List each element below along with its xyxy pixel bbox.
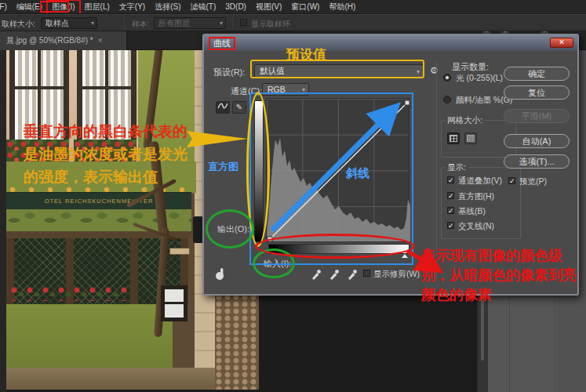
photo-small-white-window [161, 285, 187, 321]
menu-layer[interactable]: 图层(L) [80, 0, 115, 14]
photo-window-bar [15, 86, 64, 89]
smooth-button: 平滑(M) [504, 109, 570, 123]
photo-lower-green-wall [6, 304, 173, 371]
menu-window[interactable]: 窗口(W) [286, 0, 324, 14]
crosshair-label: 交叉线(N) [458, 221, 494, 232]
grid-size-title: 网格大小: [445, 115, 485, 126]
annotation-right-note: 表示现有图像的颜色级 别，从暗颜色的像素到亮 颜色的像素 [421, 246, 584, 305]
black-point-eyedropper[interactable] [311, 267, 322, 280]
options-separator [232, 17, 233, 29]
grid-size-quarter-button[interactable] [447, 132, 460, 144]
tab-close-icon[interactable]: × [98, 36, 103, 45]
pencil-icon: ✎ [236, 103, 242, 111]
baseline-label: 基线(B) [458, 206, 486, 217]
photo-flower-box-lower [9, 284, 127, 301]
photo-wall-plaque [169, 248, 190, 255]
eyedropper-icon [311, 267, 322, 280]
annotation-right-note-line3: 颜色的像素 [421, 285, 584, 305]
baseline-checkbox[interactable]: ✓ [447, 207, 454, 214]
photoshop-window: OTEL REICHSKUCHENMEISTER 文件(F) 编辑(E) 图像(… [0, 0, 586, 392]
white-point-eyedropper[interactable] [347, 267, 358, 280]
radio-light[interactable] [443, 74, 451, 82]
eyedropper-icon [329, 267, 340, 280]
radio-pigment-label: 颜料/油墨 %(G) [456, 95, 512, 106]
curve-tool-button[interactable] [216, 101, 230, 114]
show-clip-checkbox[interactable] [363, 270, 370, 277]
eyedropper-icon [347, 267, 358, 280]
menu-help[interactable]: 帮助(H) [324, 0, 360, 14]
annotation-right-note-line2: 别，从暗颜色的像素到亮 [421, 266, 584, 285]
options-bar: 取样大小: 取样点 ▾ 样本: 所有图层 ▾ 显示取样环 [0, 14, 586, 31]
menu-type[interactable]: 文字(Y) [115, 0, 150, 14]
preset-label: 预设(R): [213, 67, 245, 78]
targeted-adjustment-tool[interactable] [213, 267, 229, 285]
crosshair-checkbox[interactable]: ✓ [447, 222, 454, 229]
annotation-ellipse-input-bar [255, 234, 415, 259]
annotation-box-preset-dropdown [250, 60, 424, 78]
annotation-histogram-label: 直方图 [208, 160, 238, 174]
document-tab-title: 晨.jpg @ 50%(RGB/8#) * [6, 36, 93, 45]
dialog-titlebar[interactable]: 曲线 ✕ [204, 35, 577, 51]
menu-3d[interactable]: 3D(D) [220, 0, 251, 14]
show-ring-checkbox[interactable] [240, 19, 247, 26]
document-tab[interactable]: 晨.jpg @ 50%(RGB/8#) *× [0, 31, 127, 50]
menu-view[interactable]: 视图(V) [251, 0, 286, 14]
radio-light-label: 光 (0-255)(L) [456, 73, 503, 84]
sample-size-dropdown[interactable]: 取样点 ▾ [41, 17, 97, 29]
annotation-ellipse-output-label [206, 209, 254, 249]
options-separator [124, 17, 125, 29]
show-ring-label: 显示取样环 [251, 19, 290, 30]
preview-label: 预览(P) [519, 176, 547, 187]
grid-size-fine-button[interactable] [464, 132, 477, 144]
curve-icon [217, 102, 228, 110]
sample-size-label: 取样大小: [2, 19, 35, 30]
radio-pigment[interactable] [443, 96, 451, 103]
pencil-tool-button[interactable]: ✎ [232, 101, 246, 114]
sample-label: 样本: [132, 19, 150, 30]
reset-button[interactable]: 复位 [504, 85, 570, 100]
annotation-diagonal-arrow [263, 94, 412, 243]
menu-select[interactable]: 选择(S) [150, 0, 185, 14]
annotation-right-note-line1: 表示现有图像的颜色级 [421, 246, 584, 266]
sample-size-value: 取样点 [45, 19, 69, 27]
ok-button[interactable]: 确定 [504, 67, 570, 81]
menu-file[interactable]: 文件(F) [0, 0, 12, 14]
photo-window-bar [82, 86, 131, 89]
chevron-down-icon: ▾ [91, 18, 94, 28]
gear-icon[interactable]: ⚙ [430, 65, 439, 76]
display-amount-title: 显示数量: [452, 61, 489, 73]
sample-dropdown: 所有图层 ▾ [154, 17, 226, 29]
annotation-diagonal-label: 斜线 [346, 166, 369, 181]
auto-button[interactable]: 自动(A) [504, 134, 570, 148]
chevron-down-icon: ▾ [220, 18, 223, 28]
channel-overlay-label: 通道叠加(V) [458, 176, 502, 187]
annotation-left-note-line1: 垂直方向的黑白条代表的 [24, 120, 204, 143]
channel-overlay-checkbox[interactable]: ✓ [447, 176, 454, 183]
histogram-label: 直方图(H) [458, 191, 494, 202]
histogram-checkbox[interactable]: ✓ [447, 192, 454, 199]
annotation-left-note: 垂直方向的黑白条代表的 是油墨的浓度或者是发光 的强度，表示输出值 [24, 120, 204, 188]
sample-value: 所有图层 [158, 19, 190, 27]
canvas-left-edge [0, 50, 6, 392]
dialog-close-button[interactable]: ✕ [550, 38, 573, 48]
preview-checkbox[interactable]: ✓ [508, 177, 515, 184]
dialog-title: 曲线 [209, 37, 235, 50]
options-button[interactable]: 选项(T)... [504, 154, 570, 169]
annotation-box-image-menu [40, 1, 69, 13]
annotation-left-note-line2: 是油墨的浓度或者是发光 [24, 143, 204, 165]
photo-window-mullion [165, 302, 184, 304]
grid-quarter-icon [450, 135, 457, 142]
hand-icon [213, 267, 229, 281]
grid-fine-icon [467, 135, 475, 142]
menu-filter[interactable]: 滤镜(T) [186, 0, 221, 14]
photo-window-post [130, 238, 138, 304]
gray-point-eyedropper[interactable] [329, 267, 340, 280]
menu-bar: 文件(F) 编辑(E) 图像(I) 图层(L) 文字(Y) 选择(S) 滤镜(T… [0, 0, 586, 14]
show-title: 显示: [445, 162, 468, 173]
annotation-left-note-line3: 的强度，表示输出值 [24, 165, 204, 188]
